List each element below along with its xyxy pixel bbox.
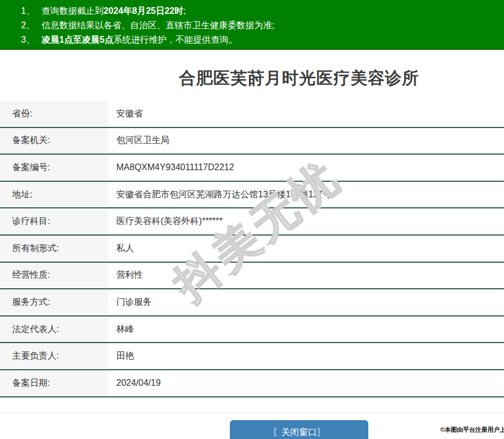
- row-label: 主要负责人:: [0, 343, 108, 369]
- row-value: 安徽省: [108, 101, 504, 127]
- row-label: 备案日期:: [0, 370, 108, 396]
- table-row: 省份: 安徽省: [0, 101, 504, 128]
- row-value: 营利性: [108, 263, 504, 289]
- upload-note: ©本图由平台注册用户上传: [440, 426, 504, 434]
- row-value: 包河区卫生局: [108, 128, 504, 154]
- table-row: 经营性质: 营利性: [0, 263, 504, 290]
- record-page: 1、查询数据截止到2024年8月25日22时; 2、信息数据结果以各省、自治区、…: [0, 0, 504, 439]
- close-window-button[interactable]: 〖关闭窗口〗: [230, 420, 368, 439]
- table-row: 备案机关: 包河区卫生局: [0, 128, 504, 155]
- row-label: 经营性质:: [0, 263, 108, 289]
- footer-divider: [0, 413, 504, 414]
- row-label: 备案机关:: [0, 128, 108, 154]
- row-value: 2024/04/19: [108, 370, 504, 396]
- table-row: 地址: 安徽省合肥市包河区芜湖路万达公馆13号楼1楼商117号: [0, 182, 504, 209]
- notice-number: 3、: [21, 33, 35, 47]
- row-label: 服务方式:: [0, 289, 108, 315]
- row-value: 医疗美容科(美容外科)******: [108, 208, 504, 234]
- notice-number: 1、: [21, 4, 35, 18]
- row-label: 备案编号:: [0, 155, 108, 181]
- row-value: 私人: [108, 236, 504, 262]
- notice-text: 查询数据截止到: [42, 6, 104, 16]
- row-label: 法定代表人:: [0, 317, 108, 343]
- row-value: 林峰: [108, 317, 504, 343]
- row-value: 门诊服务: [108, 289, 504, 315]
- record-table: 省份: 安徽省 备案机关: 包河区卫生局 备案编号: MA8QXM4Y93401…: [0, 101, 504, 397]
- row-label: 所有制形式:: [0, 236, 108, 262]
- row-value: 安徽省合肥市包河区芜湖路万达公馆13号楼1楼商117号: [108, 182, 504, 208]
- row-label: 地址:: [0, 182, 108, 208]
- notice-line-1: 1、查询数据截止到2024年8月25日22时;: [21, 4, 504, 18]
- row-value: MA8QXM4Y934011117D2212: [108, 155, 504, 181]
- notice-banner: 1、查询数据截止到2024年8月25日22时; 2、信息数据结果以各省、自治区、…: [0, 0, 504, 50]
- notice-text: 系统进行维护，不能提供查询。: [114, 35, 238, 44]
- table-row: 备案编号: MA8QXM4Y934011117D2212: [0, 155, 504, 182]
- notice-number: 2、: [21, 18, 35, 33]
- table-row: 所有制形式: 私人: [0, 236, 504, 263]
- notice-text-bold: 凌晨1点至凌晨5点: [42, 35, 114, 44]
- notice-line-3: 3、凌晨1点至凌晨5点系统进行维护，不能提供查询。: [21, 33, 504, 47]
- notice-line-2: 2、信息数据结果以各省、自治区、直辖市卫生健康委数据为准;: [21, 18, 504, 33]
- row-label: 诊疗科目:: [0, 208, 108, 234]
- row-value: 田艳: [108, 343, 504, 369]
- notice-text-bold: 2024年8月25日22时: [104, 6, 183, 16]
- table-row: 主要负责人: 田艳: [0, 343, 504, 370]
- table-row: 法定代表人: 林峰: [0, 317, 504, 344]
- table-row: 诊疗科目: 医疗美容科(美容外科)******: [0, 208, 504, 236]
- notice-text: 信息数据结果以各省、自治区、直辖市卫生健康委数据为准;: [42, 21, 274, 30]
- row-label: 省份:: [0, 101, 108, 127]
- page-title: 合肥医芙莳月时光医疗美容诊所: [0, 67, 504, 90]
- notice-text: ;: [183, 6, 186, 16]
- table-row: 服务方式: 门诊服务: [0, 289, 504, 317]
- table-row: 备案日期: 2024/04/19: [0, 370, 504, 397]
